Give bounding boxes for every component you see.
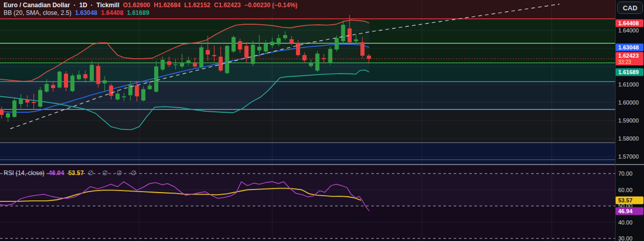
close-value: C1.62423 bbox=[214, 2, 241, 9]
rsi-settings-label: RSI (14, close) bbox=[4, 170, 44, 177]
price-badge: 1.61689 bbox=[616, 68, 643, 76]
currency-button[interactable]: CAD bbox=[617, 2, 643, 14]
low-value: L1.62152 bbox=[184, 2, 210, 9]
rsi-empty-plots: ∅ ∅ ∅ ∅ bbox=[88, 170, 140, 177]
bb-legend-row[interactable]: BB (20, SMA, close, 2.5) 1.63048 1.64408… bbox=[4, 9, 298, 16]
bb-basis-value: 1.63048 bbox=[75, 9, 97, 16]
price-badge: 1.64408 bbox=[616, 19, 643, 27]
rsi-tick-label: 40.00 bbox=[618, 219, 633, 226]
legend-separator2: · bbox=[91, 2, 93, 9]
bb-settings-label: BB (20, SMA, close, 2.5) bbox=[4, 9, 71, 16]
price-tick-label: 1.57000 bbox=[618, 153, 639, 160]
chart-legend: Euro / Canadian Dollar · 1D · Tickmill O… bbox=[4, 2, 298, 17]
open-value: O1.62600 bbox=[123, 2, 151, 9]
high-value: H1.62684 bbox=[154, 2, 180, 9]
price-badge: 1.63048 bbox=[616, 44, 643, 51]
rsi-tick-label: 60.00 bbox=[618, 187, 633, 193]
rsi-tick-label: 30.00 bbox=[618, 235, 633, 241]
price-tick-label: 1.60000 bbox=[618, 99, 639, 106]
rsi-tick-label: 70.00 bbox=[618, 170, 633, 177]
countdown-timer: 33:23 bbox=[618, 59, 643, 65]
trading-chart-app: Euro / Canadian Dollar · 1D · Tickmill O… bbox=[0, 0, 644, 241]
bb-lower-value: 1.61689 bbox=[127, 9, 149, 16]
price-tick-label: 1.58000 bbox=[618, 135, 639, 142]
rsi-legend-row[interactable]: RSI (14, close) 46.94 53.57 ∅ ∅ ∅ ∅ bbox=[4, 170, 140, 177]
price-axis[interactable]: 1.640001.610001.600001.590001.580001.570… bbox=[0, 0, 644, 241]
price-tick-label: 1.61000 bbox=[618, 81, 639, 88]
change-value: −0.00230 (−0.14%) bbox=[244, 2, 298, 9]
feed-label: Tickmill bbox=[96, 2, 119, 9]
legend-separator: · bbox=[74, 2, 76, 9]
price-badge: 1.6242333:23 bbox=[616, 52, 643, 65]
rsi-value: 46.94 bbox=[48, 170, 64, 177]
timeframe-label[interactable]: 1D bbox=[79, 2, 87, 9]
rsi-badge: 46.94 bbox=[616, 207, 643, 215]
symbol-legend-row[interactable]: Euro / Canadian Dollar · 1D · Tickmill O… bbox=[4, 2, 298, 9]
symbol-title: Euro / Canadian Dollar bbox=[4, 2, 70, 9]
price-tick-label: 1.64000 bbox=[618, 27, 639, 33]
rsi-badge: 53.57 bbox=[616, 196, 643, 204]
price-tick-label: 1.59000 bbox=[618, 117, 639, 124]
rsi-ma-value: 53.57 bbox=[68, 170, 84, 177]
bb-upper-value: 1.64408 bbox=[101, 9, 123, 16]
